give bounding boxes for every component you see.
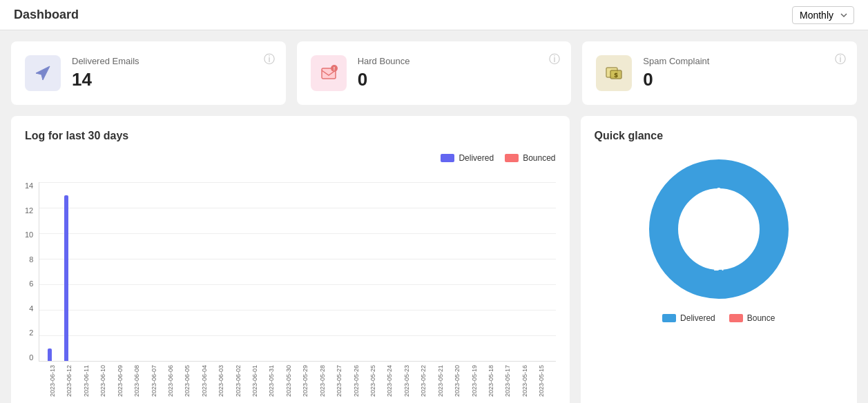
chart-legend: Delivered Bounced bbox=[25, 153, 556, 163]
spam-icon-bg: $ bbox=[596, 55, 632, 91]
x-label: 2023-05-24 bbox=[387, 362, 403, 400]
x-label: 2023-05-28 bbox=[320, 362, 336, 400]
bar-group bbox=[161, 182, 178, 361]
stat-card-delivered: Delivered Emails 14 ⓘ bbox=[11, 41, 286, 105]
x-label: 2023-06-04 bbox=[202, 362, 218, 400]
bar-group bbox=[93, 182, 110, 361]
bar-group bbox=[383, 182, 401, 361]
chart-card: Log for last 30 days Delivered Bounced 0… bbox=[11, 116, 570, 403]
main-content: Delivered Emails 14 ⓘ ! Hard Bounce 0 ⓘ bbox=[0, 30, 868, 403]
bar-group bbox=[247, 182, 264, 361]
bar-delivered bbox=[48, 348, 52, 362]
donut-legend: Delivered Bounce bbox=[662, 313, 775, 323]
donut-wrapper: 0 14 Delivered Bounce bbox=[595, 153, 844, 323]
bounce-info-icon[interactable]: ⓘ bbox=[549, 52, 560, 67]
bar-group bbox=[58, 182, 75, 361]
legend-delivered: Delivered bbox=[441, 153, 494, 163]
chart-y-labels: 02468101214 bbox=[25, 182, 33, 362]
y-label: 2 bbox=[25, 329, 33, 337]
chart-area: 02468101214 bbox=[25, 168, 556, 362]
delivered-info-icon[interactable]: ⓘ bbox=[264, 52, 275, 67]
bar-group bbox=[434, 182, 452, 361]
bar-group bbox=[75, 182, 93, 361]
bar-group bbox=[469, 182, 486, 361]
x-label: 2023-06-08 bbox=[134, 362, 151, 400]
stat-card-hard-bounce: ! Hard Bounce 0 ⓘ bbox=[297, 41, 572, 105]
bar-group bbox=[41, 182, 58, 361]
spam-info-icon[interactable]: ⓘ bbox=[835, 52, 846, 67]
legend-delivered-label: Delivered bbox=[459, 153, 494, 163]
bar-delivered bbox=[64, 195, 68, 362]
y-label: 0 bbox=[25, 354, 33, 362]
x-label: 2023-05-23 bbox=[404, 362, 421, 400]
delivered-info: Delivered Emails 14 bbox=[72, 56, 272, 90]
y-label: 10 bbox=[25, 231, 33, 239]
legend-bounced-dot bbox=[505, 154, 519, 162]
bar-group bbox=[178, 182, 195, 361]
bar-group bbox=[144, 182, 161, 361]
x-label: 2023-05-19 bbox=[472, 362, 488, 400]
x-label: 2023-05-27 bbox=[336, 362, 353, 400]
bar-group bbox=[520, 182, 537, 361]
legend-bounced: Bounced bbox=[505, 153, 555, 163]
donut-legend-bounce: Bounce bbox=[729, 313, 775, 323]
bounce-info: Hard Bounce 0 bbox=[358, 56, 558, 90]
send-icon bbox=[33, 63, 52, 83]
x-label: 2023-06-09 bbox=[117, 362, 134, 400]
legend-bounced-label: Bounced bbox=[523, 153, 555, 163]
x-label: 2023-06-02 bbox=[235, 362, 252, 400]
delivered-value: 14 bbox=[72, 69, 272, 90]
x-label: 2023-06-13 bbox=[50, 362, 66, 400]
bottom-row: Log for last 30 days Delivered Bounced 0… bbox=[11, 116, 857, 403]
donut-legend-delivered: Delivered bbox=[662, 313, 715, 323]
stat-card-spam: $ Spam Complaint 0 ⓘ bbox=[582, 41, 857, 105]
x-label: 2023-06-12 bbox=[66, 362, 83, 400]
bar-group bbox=[195, 182, 212, 361]
bar-group bbox=[280, 182, 298, 361]
bar-group bbox=[537, 182, 554, 361]
x-label: 2023-05-31 bbox=[269, 362, 285, 400]
y-label: 8 bbox=[25, 256, 33, 264]
x-label: 2023-06-10 bbox=[100, 362, 117, 400]
bar-group bbox=[332, 182, 349, 361]
bar-group bbox=[263, 182, 280, 361]
bar-group bbox=[315, 182, 332, 361]
bounce-value: 0 bbox=[358, 69, 558, 90]
bar-group bbox=[212, 182, 229, 361]
bounce-icon-bg: ! bbox=[311, 55, 347, 91]
x-label: 2023-06-07 bbox=[151, 362, 168, 400]
svg-point-10 bbox=[679, 189, 759, 269]
x-label: 2023-05-18 bbox=[488, 362, 505, 400]
y-label: 4 bbox=[25, 305, 33, 313]
header: Dashboard Monthly Weekly Daily bbox=[0, 0, 868, 30]
x-label: 2023-05-25 bbox=[370, 362, 387, 400]
svg-text:$: $ bbox=[615, 72, 618, 79]
delivered-icon-bg bbox=[25, 55, 61, 91]
spam-info: Spam Complaint 0 bbox=[643, 56, 843, 90]
quick-glance-card: Quick glance 0 14 Delivered bbox=[581, 116, 858, 403]
bar-group bbox=[503, 182, 520, 361]
spam-label: Spam Complaint bbox=[643, 56, 843, 66]
bar-group bbox=[349, 182, 366, 361]
spam-value: 0 bbox=[643, 69, 843, 90]
x-label: 2023-06-05 bbox=[184, 362, 201, 400]
bar-group bbox=[401, 182, 418, 361]
x-label: 2023-06-01 bbox=[252, 362, 269, 400]
y-label: 14 bbox=[25, 182, 33, 190]
x-label: 2023-05-21 bbox=[438, 362, 454, 400]
donut-bounce-dot bbox=[729, 314, 743, 322]
chart-plot bbox=[39, 182, 555, 362]
bar-group bbox=[486, 182, 503, 361]
donut-delivered-label: Delivered bbox=[680, 313, 715, 323]
donut-delivered-dot bbox=[662, 314, 676, 322]
bounce-label: Hard Bounce bbox=[358, 56, 558, 66]
bar-group bbox=[417, 182, 434, 361]
spam-icon: $ bbox=[604, 63, 624, 83]
delivered-label: Delivered Emails bbox=[72, 56, 272, 66]
chart-title: Log for last 30 days bbox=[25, 130, 556, 142]
page-title: Dashboard bbox=[14, 8, 79, 22]
period-select[interactable]: Monthly Weekly Daily bbox=[792, 6, 854, 24]
x-label: 2023-05-29 bbox=[302, 362, 319, 400]
x-label: 2023-05-16 bbox=[522, 362, 539, 400]
x-label: 2023-05-22 bbox=[421, 362, 437, 400]
